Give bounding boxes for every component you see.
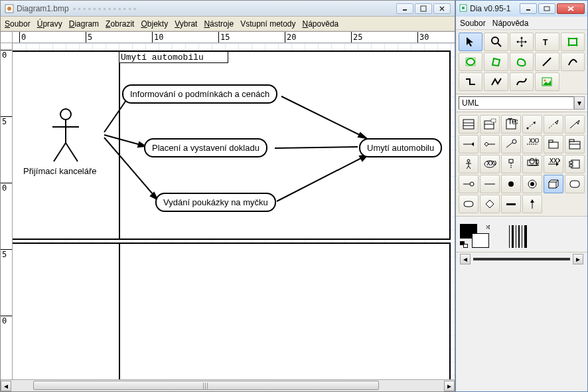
tool-text[interactable]: T [535, 33, 559, 51]
shape-usecase[interactable]: xxx [480, 155, 500, 173]
svg-rect-46 [484, 121, 494, 129]
shape-generalization[interactable] [565, 115, 585, 134]
shape-dependency[interactable] [522, 115, 542, 134]
menu-upravy[interactable]: Úpravy [37, 19, 62, 29]
tool-beziergon[interactable] [510, 52, 534, 71]
shape-activity[interactable] [459, 195, 478, 213]
shape-message[interactable]: xxx [544, 155, 563, 173]
svg-line-29 [498, 43, 501, 47]
scroll-left-button[interactable]: ◂ [1, 381, 11, 391]
shape-large-package[interactable] [565, 135, 585, 153]
canvas[interactable]: Umytí automobilu [13, 43, 455, 379]
menu-diagram[interactable]: Diagram [69, 19, 99, 29]
menu-soubor[interactable]: Soubor [5, 19, 31, 29]
tool-image[interactable] [535, 72, 559, 91]
tool-ellipse[interactable] [459, 52, 482, 71]
toolbox-close-button[interactable] [557, 3, 585, 14]
shape-object[interactable]: Obj [522, 155, 542, 173]
menu-vybrat[interactable]: Vybrat [175, 19, 197, 29]
maximize-button[interactable] [415, 3, 432, 14]
tool-pointer[interactable] [459, 33, 482, 51]
tool-box[interactable] [561, 33, 585, 51]
shape-component[interactable] [565, 155, 585, 173]
svg-line-19 [275, 147, 358, 148]
tool-polyline[interactable] [484, 72, 508, 91]
tool-zigzag[interactable] [459, 72, 482, 91]
swap-colors-icon[interactable]: ⤭ [485, 223, 490, 231]
actor-label[interactable]: Přijímací kanceláře [23, 166, 97, 176]
minimize-button[interactable] [396, 3, 413, 14]
shape-template-class[interactable] [480, 115, 500, 134]
toolbox-menu-napoveda[interactable]: Nápověda [492, 19, 529, 28]
sheet-combo[interactable]: UML [459, 96, 574, 110]
shape-implements[interactable] [501, 135, 521, 153]
sheet-dropdown-button[interactable]: ▾ [574, 96, 585, 110]
linewidth-decrease-button[interactable]: ◂ [460, 254, 471, 264]
diagram-window: Diagram1.bmp ▪ ▪ ▪ ▪ ▪ ▪ ▪ ▪ ▪ ▪ ▪ ▪ ▪ S… [0, 0, 455, 392]
hscrollbar[interactable]: ◂ ▸ [1, 379, 455, 391]
shape-class[interactable] [459, 115, 478, 134]
toolbox-menu-soubor[interactable]: Soubor [460, 19, 486, 28]
svg-point-37 [575, 45, 577, 47]
titlebar[interactable]: Diagram1.bmp ▪ ▪ ▪ ▪ ▪ ▪ ▪ ▪ ▪ ▪ ▪ ▪ ▪ [1, 1, 455, 17]
tool-zoom[interactable] [484, 33, 508, 51]
usecase-informovani[interactable]: Informování o podmínkách a cenách [122, 84, 277, 104]
scroll-right-button[interactable]: ▸ [444, 381, 455, 391]
shape-provided-interface[interactable] [459, 175, 478, 193]
toolbox-minimize-button[interactable] [520, 3, 537, 14]
svg-rect-47 [491, 119, 496, 122]
shape-transition[interactable] [522, 195, 542, 213]
frame-title[interactable]: Umytí automobilu [119, 51, 228, 63]
usecase-umyti[interactable]: Umytí automobilu [359, 138, 442, 157]
tool-line[interactable] [535, 52, 559, 71]
shape-constraint[interactable]: xxx [522, 135, 542, 153]
svg-point-85 [508, 181, 514, 187]
hscroll-thumb[interactable] [33, 381, 380, 390]
menu-zobrazit[interactable]: Zobrazit [106, 19, 134, 29]
svg-rect-41 [542, 78, 551, 86]
shape-realizes[interactable] [544, 115, 563, 134]
shape-node[interactable] [544, 175, 563, 193]
shape-association[interactable] [459, 135, 478, 153]
tool-bezier[interactable] [510, 72, 534, 91]
shape-branch[interactable] [480, 195, 500, 213]
toolbox-titlebar[interactable]: Dia v0.95-1 [456, 1, 587, 17]
svg-point-58 [512, 140, 516, 144]
shape-small-package[interactable] [544, 135, 563, 153]
toolbox-maximize-button[interactable] [538, 3, 555, 14]
svg-rect-73 [509, 159, 513, 163]
menu-vstupni-metody[interactable]: Vstupní metody [240, 19, 295, 29]
close-button[interactable] [433, 3, 451, 14]
svg-point-35 [575, 38, 577, 40]
window-title: Diagram1.bmp [17, 4, 69, 13]
bg-color-swatch[interactable] [472, 233, 489, 248]
svg-rect-89 [464, 201, 473, 207]
svg-text:xxx: xxx [486, 158, 496, 167]
shape-fork[interactable] [501, 195, 521, 213]
svg-rect-63 [569, 142, 580, 149]
usecase-placeni[interactable]: Placení a vystavení dokladu [144, 138, 267, 157]
shape-state[interactable] [565, 175, 585, 193]
shape-actor[interactable] [459, 155, 478, 173]
reset-colors-icon[interactable] [460, 241, 468, 248]
shape-state-final[interactable] [522, 175, 542, 193]
shape-aggregation[interactable] [480, 135, 500, 153]
shape-required-interface[interactable] [480, 175, 500, 193]
svg-point-66 [467, 159, 470, 162]
menu-nastroje[interactable]: Nástroje [204, 19, 234, 29]
svg-rect-81 [569, 165, 573, 167]
line-style-preview[interactable] [509, 225, 542, 248]
tool-polygon[interactable] [484, 52, 508, 71]
menu-objekty[interactable]: Objekty [141, 19, 168, 29]
tool-arc[interactable] [561, 52, 585, 71]
menu-napoveda[interactable]: Nápověda [303, 19, 339, 29]
svg-rect-80 [569, 161, 573, 163]
titlebar-ghost: ▪ ▪ ▪ ▪ ▪ ▪ ▪ ▪ ▪ ▪ ▪ ▪ ▪ [73, 4, 136, 13]
usecase-vydani[interactable]: Vydání poukázky na myčku [155, 193, 276, 212]
shape-note[interactable]: Text [501, 115, 521, 134]
tool-scroll[interactable] [510, 33, 534, 51]
shape-state-initial[interactable] [501, 175, 521, 193]
shape-lifeline[interactable] [501, 155, 521, 173]
linewidth-increase-button[interactable]: ▸ [573, 254, 583, 264]
color-well: ⤭ [456, 216, 587, 252]
